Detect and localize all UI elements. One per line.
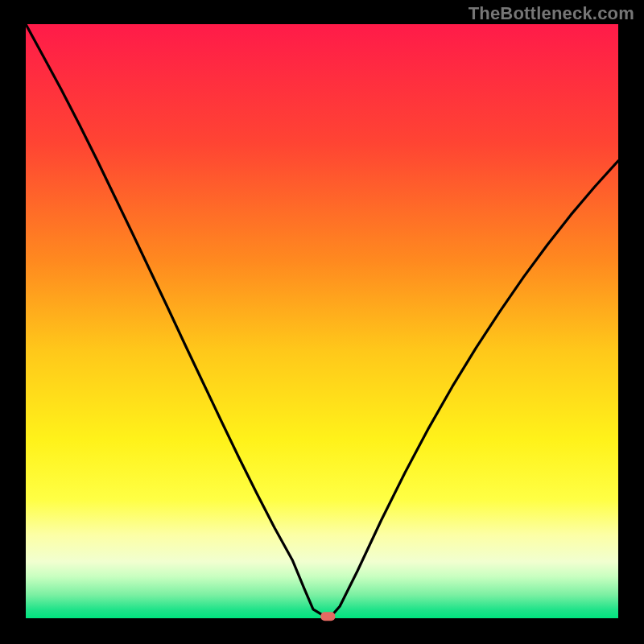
chart-frame: { "watermark": "TheBottleneck.com", "cha…	[0, 0, 644, 644]
watermark-text: TheBottleneck.com	[469, 3, 634, 24]
bottleneck-chart	[0, 0, 644, 644]
gradient-background	[26, 24, 618, 618]
optimal-point-marker	[320, 612, 335, 621]
